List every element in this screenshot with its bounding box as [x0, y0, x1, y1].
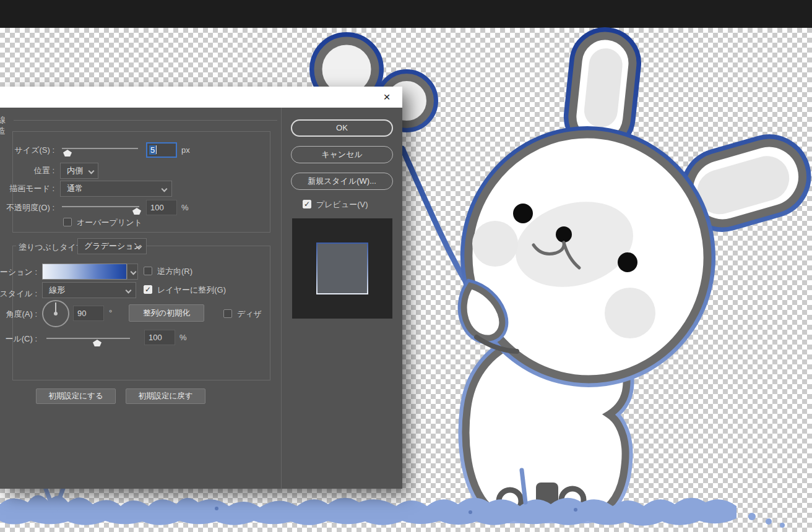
scale-label: ール(C) :: [0, 334, 37, 344]
scale-unit: %: [179, 333, 187, 343]
angle-unit: °: [109, 308, 112, 318]
angle-label: 角度(A) :: [0, 309, 37, 319]
opacity-slider-track[interactable]: [62, 206, 139, 207]
gradient-picker-button[interactable]: [127, 264, 138, 280]
opacity-unit: %: [181, 203, 189, 213]
opacity-input[interactable]: 100: [146, 200, 177, 215]
size-label: サイズ(S) :: [0, 145, 54, 155]
style-label: スタイル :: [0, 289, 37, 299]
gradient-swatch[interactable]: [42, 264, 127, 280]
close-icon[interactable]: ×: [379, 90, 394, 105]
make-default-button[interactable]: 初期設定にする: [36, 388, 116, 404]
stroke-title-rule: [14, 120, 277, 121]
position-dropdown[interactable]: 内側: [60, 163, 98, 179]
left-cheek: [472, 221, 518, 267]
dither-label: ディザ: [237, 309, 262, 319]
nose: [556, 226, 572, 242]
blend-mode-value: 通常: [67, 184, 83, 193]
reverse-label: 逆方向(R): [157, 267, 192, 277]
pane-divider: [281, 108, 282, 489]
dither-checkbox[interactable]: [223, 309, 232, 318]
layer-style-stroke-dialog: × 線 造 サイズ(S) : 5 px 位置 : 内側 描画モード : 通常 不…: [0, 87, 402, 489]
string-line: [402, 148, 469, 286]
preview-label: プレビュー(V): [316, 200, 368, 210]
scale-slider-track[interactable]: [46, 338, 130, 339]
style-preview-chip: [316, 242, 368, 294]
left-eye: [513, 204, 533, 223]
cancel-button[interactable]: キャンセル: [291, 146, 393, 163]
chevron-down-icon: [89, 168, 95, 174]
check-icon: ✓: [304, 200, 310, 208]
style-preview-panel: [292, 218, 392, 319]
right-cheek: [605, 288, 655, 338]
style-value: 線形: [49, 285, 65, 294]
chevron-down-icon: [126, 288, 132, 294]
chevron-down-icon: [162, 186, 168, 192]
reset-alignment-button[interactable]: 整列の初期化: [129, 304, 204, 322]
fill-type-dropdown[interactable]: グラデーション: [77, 238, 147, 254]
fill-type-value: グラデーション: [84, 241, 142, 251]
align-layer-label: レイヤーに整列(G): [157, 285, 226, 295]
size-unit: px: [181, 145, 190, 155]
right-eye: [618, 252, 637, 272]
size-input[interactable]: 5: [146, 142, 177, 158]
overprint-checkbox[interactable]: [63, 218, 72, 226]
stroke-section-title: 線: [0, 115, 6, 125]
new-style-button[interactable]: 新規スタイル(W)...: [291, 173, 393, 190]
gradient-label: ーション :: [0, 267, 37, 277]
angle-dial[interactable]: [42, 300, 69, 327]
overprint-label: オーバープリント: [77, 218, 142, 228]
size-slider-track[interactable]: [62, 148, 138, 149]
check-icon: ✓: [145, 285, 151, 294]
ok-button[interactable]: OK: [291, 119, 393, 137]
style-dropdown[interactable]: 線形: [42, 282, 136, 298]
align-layer-checkbox[interactable]: ✓: [144, 285, 152, 294]
opacity-label: 不透明度(O) :: [0, 203, 54, 213]
scale-input[interactable]: 100: [144, 330, 175, 345]
dialog-titlebar[interactable]: ×: [0, 87, 402, 108]
reverse-checkbox[interactable]: [144, 267, 152, 275]
angle-input[interactable]: 90: [73, 306, 104, 321]
reset-default-button[interactable]: 初期設定に戻す: [126, 388, 205, 404]
angle-center-dot: [54, 312, 58, 315]
blend-mode-label: 描画モード :: [0, 184, 54, 194]
position-label: 位置 :: [0, 166, 54, 176]
preview-checkbox[interactable]: ✓: [303, 200, 311, 208]
chevron-down-icon: [131, 269, 137, 275]
position-value: 内側: [67, 166, 83, 175]
blend-mode-dropdown[interactable]: 通常: [60, 181, 172, 197]
structure-section-title: 造: [0, 126, 6, 136]
photoshop-window: × 線 造 サイズ(S) : 5 px 位置 : 内側 描画モード : 通常 不…: [0, 0, 812, 532]
